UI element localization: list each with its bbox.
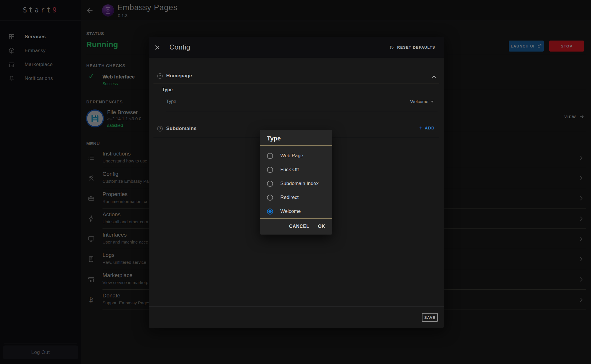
- radio-icon: [267, 167, 273, 173]
- radio-label: Welcome: [280, 208, 301, 214]
- radio-option-subdomain-index[interactable]: Subdomain Index: [260, 177, 332, 191]
- divider: [260, 145, 332, 146]
- radio-option-redirect[interactable]: Redirect: [260, 191, 332, 204]
- dialog-footer: CANCEL OK: [260, 218, 325, 235]
- radio-icon: [267, 208, 273, 215]
- radio-label: Redirect: [280, 195, 299, 200]
- radio-option-web-page[interactable]: Web Page: [260, 149, 332, 163]
- radio-icon: [267, 195, 273, 201]
- radio-label: Web Page: [280, 153, 303, 159]
- radio-label: Fuck Off: [280, 167, 299, 173]
- radio-icon: [267, 181, 273, 187]
- cancel-button[interactable]: CANCEL: [289, 224, 309, 229]
- dialog-title: Type: [267, 135, 281, 142]
- radio-label: Subdomain Index: [280, 181, 319, 186]
- radio-option-fuck-off[interactable]: Fuck Off: [260, 163, 332, 177]
- radio-group: Web Page Fuck Off Subdomain Index Redire…: [260, 149, 332, 218]
- radio-icon: [267, 153, 273, 159]
- type-select-dialog: Type Web Page Fuck Off Subdomain Index R…: [260, 130, 332, 235]
- ok-button[interactable]: OK: [318, 224, 325, 229]
- radio-option-welcome[interactable]: Welcome: [260, 204, 332, 218]
